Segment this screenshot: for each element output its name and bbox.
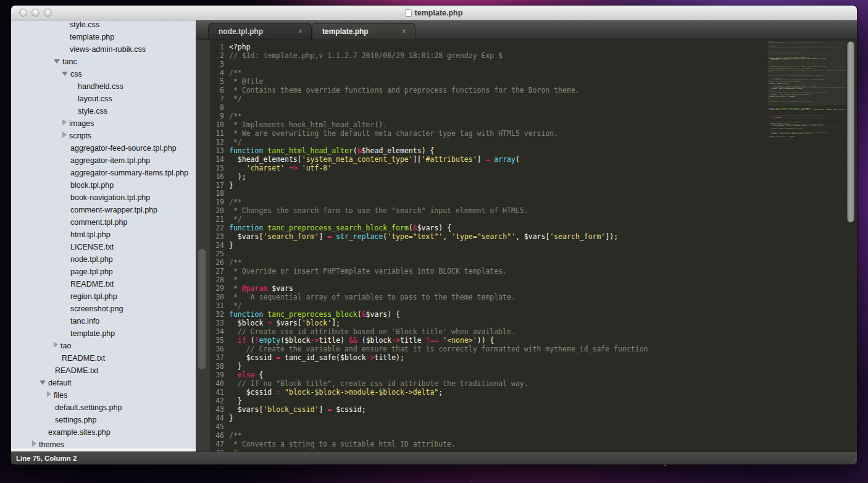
- tree-folder-tao[interactable]: tao: [11, 340, 196, 352]
- resize-grip[interactable]: [848, 455, 856, 463]
- tree-folder-tanc[interactable]: tanc: [11, 56, 196, 68]
- code-line-10[interactable]: 10 * Implements hook_html_head_alter().: [211, 120, 857, 129]
- code-line-13[interactable]: 13function tanc_html_head_alter(&$head_e…: [211, 146, 857, 155]
- tree-file-comment-wrapper.tpl.php[interactable]: comment-wrapper.tpl.php: [11, 204, 196, 216]
- code-line-28[interactable]: 28 *: [211, 275, 857, 284]
- code-line-3[interactable]: 3: [211, 60, 857, 69]
- code-line-26[interactable]: 26/**: [211, 258, 857, 267]
- tab-template.php[interactable]: template.php×: [312, 23, 415, 40]
- tree-file-node.tpl.php[interactable]: node.tpl.php: [11, 253, 196, 266]
- code-editor[interactable]: 1<?php2// $Id: template.php,v 1.1.2.7 20…: [211, 40, 857, 452]
- code-line-20[interactable]: 20 * Changes the search form to use the …: [211, 206, 857, 215]
- disclosure-triangle-closed-icon[interactable]: [32, 440, 36, 447]
- code-line-5[interactable]: 5 * @file: [211, 77, 857, 86]
- code-line-15[interactable]: 15 'charset' => 'utf-8': [211, 164, 857, 172]
- code-line-12[interactable]: 12 */: [211, 138, 857, 146]
- code-line-24[interactable]: 24}: [211, 241, 857, 250]
- code-line-23[interactable]: 23 $vars['search_form'] = str_replace('t…: [211, 232, 857, 241]
- tree-file-style.css[interactable]: style.css: [11, 20, 196, 31]
- tree-file-comment.tpl.php[interactable]: comment.tpl.php: [11, 216, 196, 229]
- code-line-11[interactable]: 11 * We are overwriting the default meta…: [211, 129, 857, 138]
- code-line-25[interactable]: 25: [211, 250, 857, 258]
- tree-folder-scripts[interactable]: scripts: [11, 130, 196, 142]
- code-line-2[interactable]: 2// $Id: template.php,v 1.1.2.7 2010/06/…: [211, 51, 857, 60]
- code-line-34[interactable]: 34 // Create css id attribute based on '…: [211, 327, 857, 336]
- code-line-6[interactable]: 6 * Contains theme override functions an…: [211, 86, 857, 94]
- window-titlebar[interactable]: template.php: [11, 6, 857, 20]
- tree-folder-default[interactable]: default: [11, 377, 196, 389]
- tree-folder-images[interactable]: images: [11, 117, 196, 130]
- code-line-1[interactable]: 1<?php: [211, 43, 857, 51]
- code-line-41[interactable]: 41 $cssid = "block-$block->module-$block…: [211, 388, 857, 397]
- code-line-47[interactable]: 47 * Converts a string to a suitable htm…: [211, 440, 857, 448]
- code-line-27[interactable]: 27 * Override or insert PHPTemplate vari…: [211, 267, 857, 275]
- tree-file-tanc.info[interactable]: tanc.info: [11, 315, 196, 327]
- tree-file-README.txt[interactable]: README.txt: [11, 352, 196, 364]
- tree-file-views-admin-rubik.css[interactable]: views-admin-rubik.css: [11, 43, 196, 56]
- tree-file-book-navigation.tpl.php[interactable]: book-navigation.tpl.php: [11, 191, 196, 204]
- tree-file-template.php[interactable]: template.php: [11, 31, 196, 43]
- tree-file-screenshot.png[interactable]: screenshot.png: [11, 303, 196, 315]
- tree-file-handheld.css[interactable]: handheld.css: [11, 80, 196, 93]
- disclosure-triangle-closed-icon[interactable]: [62, 119, 67, 125]
- disclosure-triangle-closed-icon[interactable]: [54, 342, 58, 348]
- code-line-33[interactable]: 33 $block = $vars['block'];: [211, 319, 857, 327]
- minimap[interactable]: <?php// $Id: template.php,v 1.1.2.7 2010…: [768, 41, 846, 145]
- code-line-8[interactable]: 8: [211, 103, 857, 112]
- sidebar-scrollbar-thumb[interactable]: [198, 250, 206, 369]
- code-line-32[interactable]: 32function tanc_preprocess_block(&$vars)…: [211, 310, 857, 319]
- code-line-43[interactable]: 43 $vars['block_cssid'] = $cssid;: [211, 405, 857, 414]
- tab-node.tpl.php[interactable]: node.tpl.php×: [208, 23, 312, 40]
- tree-file-style.css[interactable]: style.css: [11, 105, 196, 117]
- tree-file-region.tpl.php[interactable]: region.tpl.php: [11, 290, 196, 303]
- tab-close-icon[interactable]: ×: [298, 28, 306, 35]
- tree-file-aggregator-feed-source.tpl.php[interactable]: aggregator-feed-source.tpl.php: [11, 142, 196, 154]
- tree-folder-files[interactable]: files: [11, 389, 196, 401]
- tree-file-example.sites.php[interactable]: example.sites.php: [11, 426, 196, 439]
- code-line-16[interactable]: 16 );: [211, 172, 857, 181]
- tree-file-settings.php[interactable]: settings.php: [11, 414, 196, 426]
- sidebar-scrollbar-track[interactable]: [196, 40, 211, 452]
- tree-file-README.txt[interactable]: README.txt: [11, 364, 196, 377]
- tab-close-icon[interactable]: ×: [402, 28, 410, 35]
- code-line-22[interactable]: 22function tanc_preprocess_search_block_…: [211, 224, 857, 232]
- tree-file-aggregator-item.tpl.php[interactable]: aggregator-item.tpl.php: [11, 154, 196, 167]
- code-line-37[interactable]: 37 $cssid = tanc_id_safe($block->title);: [211, 353, 857, 362]
- code-line-42[interactable]: 42 }: [211, 397, 857, 405]
- code-line-36[interactable]: 36 // Create the variable and ensure tha…: [211, 345, 857, 353]
- tree-file-block.tpl.php[interactable]: block.tpl.php: [11, 179, 196, 191]
- code-line-9[interactable]: 9/**: [211, 112, 857, 120]
- code-line-4[interactable]: 4/**: [211, 69, 857, 77]
- code-line-29[interactable]: 29 * @param $vars: [211, 284, 857, 293]
- tree-file-layout.css[interactable]: layout.css: [11, 93, 196, 105]
- code-line-30[interactable]: 30 * A sequential array of variables to …: [211, 293, 857, 301]
- code-line-39[interactable]: 39 else {: [211, 371, 857, 379]
- tree-file-page.tpl.php[interactable]: page.tpl.php: [11, 266, 196, 278]
- code-line-46[interactable]: 46/**: [211, 431, 857, 440]
- code-line-18[interactable]: 18: [211, 189, 857, 198]
- code-line-38[interactable]: 38 }: [211, 362, 857, 371]
- tree-file-LICENSE.txt[interactable]: LICENSE.txt: [11, 241, 196, 253]
- code-line-44[interactable]: 44}: [211, 414, 857, 422]
- tree-folder-css[interactable]: css: [11, 68, 196, 80]
- code-line-14[interactable]: 14 $head_elements['system_meta_content_t…: [211, 155, 857, 164]
- code-line-35[interactable]: 35 if (!empty($block->title) && ($block-…: [211, 336, 857, 345]
- tree-file-aggregator-summary-items.tpl.php[interactable]: aggregator-summary-items.tpl.php: [11, 167, 196, 179]
- disclosure-triangle-open-icon[interactable]: [40, 380, 46, 385]
- disclosure-triangle-open-icon[interactable]: [54, 59, 60, 64]
- tree-file-default.settings.php[interactable]: default.settings.php: [11, 401, 196, 414]
- code-line-21[interactable]: 21 */: [211, 215, 857, 224]
- code-line-19[interactable]: 19/**: [211, 198, 857, 206]
- disclosure-triangle-closed-icon[interactable]: [62, 132, 67, 138]
- editor-scrollbar-thumb[interactable]: [847, 41, 854, 222]
- code-line-45[interactable]: 45: [211, 422, 857, 431]
- code-line-17[interactable]: 17}: [211, 181, 857, 190]
- tree-file-html.tpl.php[interactable]: html.tpl.php: [11, 229, 196, 241]
- code-line-7[interactable]: 7 */: [211, 94, 857, 103]
- tree-file-README.txt[interactable]: README.txt: [11, 278, 196, 290]
- tree-file-template.php[interactable]: template.php: [11, 327, 196, 340]
- code-line-40[interactable]: 40 // If no "Block title", create css id…: [211, 379, 857, 388]
- disclosure-triangle-closed-icon[interactable]: [47, 391, 51, 397]
- disclosure-triangle-open-icon[interactable]: [62, 72, 68, 76]
- code-line-31[interactable]: 31 */: [211, 301, 857, 310]
